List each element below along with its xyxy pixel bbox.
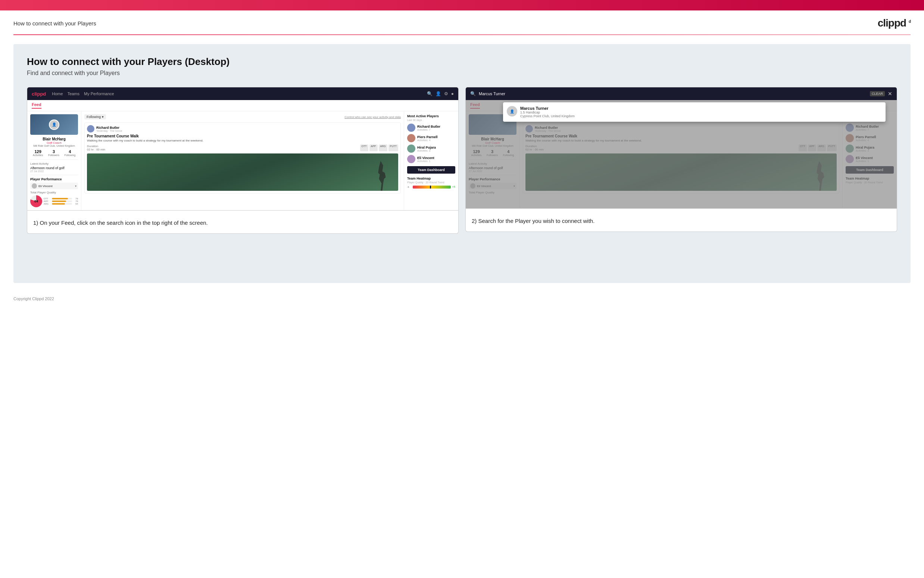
stat-followers-1: 3 Followers bbox=[48, 149, 59, 156]
player-avatar-richard bbox=[407, 123, 415, 132]
player-select-name-1: Eli Vincent bbox=[39, 185, 73, 188]
feed-tab-1: Feed bbox=[27, 100, 458, 111]
profile-name-1: Blair McHarg bbox=[30, 137, 78, 141]
tpq-bar-arg: ARG 64 bbox=[44, 203, 78, 205]
nav-home-1[interactable]: Home bbox=[52, 91, 63, 96]
team-heatmap-title-1: Team Heatmap bbox=[407, 177, 455, 180]
activity-title-1: Pre Tournament Course Walk bbox=[87, 134, 398, 138]
app-nav-links-1: Home Teams My Performance bbox=[52, 91, 421, 96]
search-icon-1[interactable]: 🔍 bbox=[427, 91, 432, 96]
header-title: How to connect with your Players bbox=[13, 20, 96, 26]
stat-following-1: 4 Following bbox=[65, 149, 76, 156]
player-select-1[interactable]: Eli Vincent ▾ bbox=[30, 183, 78, 189]
tpq-bars-1: OTT 79 APP bbox=[44, 198, 78, 205]
divider-2 bbox=[30, 175, 78, 175]
tpq-circle-1: 84 bbox=[30, 195, 42, 207]
search-bar-input-2[interactable]: Marcus Turner bbox=[479, 91, 867, 96]
screenshots-container: clippd Home Teams My Performance 🔍 👤 ⚙ ● bbox=[27, 87, 897, 234]
heatmap-bar-1: -5 +5 bbox=[407, 185, 455, 188]
heatmap-subtitle-1: Player Quality · 20 Round Trend bbox=[407, 181, 455, 184]
activity-sub-1: Yesterday · The Grove bbox=[96, 130, 122, 132]
search-result-name-2: Marcus Turner bbox=[520, 106, 575, 110]
step-2-description: 2) Search for the Player you wish to con… bbox=[465, 209, 897, 232]
tpq-bar-app: APP 70 bbox=[44, 200, 78, 202]
profile-stats-1: 129 Activities 3 Followers 4 Following bbox=[30, 149, 78, 156]
player-select-arrow-1: ▾ bbox=[75, 185, 76, 188]
most-active-subtitle-1: Last 30 days bbox=[407, 119, 455, 121]
profile-avatar-1: 👤 bbox=[49, 120, 59, 130]
screenshot-2-block: clippd Home Teams My Performance Feed bbox=[465, 87, 897, 232]
search-close-btn-2[interactable]: ✕ bbox=[888, 91, 892, 97]
header: How to connect with your Players clippd … bbox=[0, 10, 924, 34]
activity-name-1: Richard Butler bbox=[96, 126, 122, 130]
nav-teams-1[interactable]: Teams bbox=[68, 91, 79, 96]
header-divider bbox=[13, 34, 911, 35]
activity-tags-1: OTT APP ARG PUTT bbox=[360, 144, 398, 151]
search-result-avatar-2: 👤 bbox=[507, 106, 517, 117]
app-nav-icons-1: 🔍 👤 ⚙ ● bbox=[427, 91, 454, 96]
heatmap-bar-fill-1 bbox=[413, 185, 451, 188]
main-content: How to connect with your Players (Deskto… bbox=[13, 44, 911, 283]
player-item-piers: Piers Parnell Activities: 4 bbox=[407, 134, 455, 142]
main-heading: How to connect with your Players (Deskto… bbox=[27, 56, 897, 68]
app-body-1: 👤 Blair McHarg Golf Coach Mill Ride Golf… bbox=[27, 111, 458, 210]
control-link-1[interactable]: Control who can see your activity and da… bbox=[345, 115, 401, 119]
player-avatar-piers bbox=[407, 134, 415, 142]
profile-panel-1: 👤 Blair McHarg Golf Coach Mill Ride Golf… bbox=[27, 111, 81, 210]
player-item-richard: Richard Butler Activities: 7 bbox=[407, 123, 455, 132]
footer: Copyright Clippd 2022 bbox=[0, 292, 924, 305]
profile-img-1: 👤 bbox=[30, 114, 78, 135]
tpq-bar-ott: OTT 79 bbox=[44, 198, 78, 200]
screenshot-1-browser: clippd Home Teams My Performance 🔍 👤 ⚙ ● bbox=[27, 87, 459, 211]
feed-tab-item-1[interactable]: Feed bbox=[32, 102, 41, 109]
player-avatar-eli bbox=[407, 155, 415, 163]
player-avatar-hiral bbox=[407, 144, 415, 153]
following-button-1[interactable]: Following ▾ bbox=[84, 114, 106, 120]
player-item-hiral: Hiral Pujara Activities: 3 bbox=[407, 144, 455, 153]
nav-myperformance-1[interactable]: My Performance bbox=[84, 91, 114, 96]
profile-role-1: Golf Coach bbox=[30, 141, 78, 144]
stat-activities-1: 129 Activities bbox=[33, 149, 43, 156]
avatar-icon-1[interactable]: ● bbox=[451, 91, 454, 96]
search-bar-2: 🔍 Marcus Turner CLEAR ✕ bbox=[466, 88, 897, 100]
top-bar bbox=[0, 0, 924, 10]
player-performance-label-1: Player Performance bbox=[30, 177, 78, 181]
most-active-title-1: Most Active Players bbox=[407, 114, 455, 118]
golfer-silhouette-1 bbox=[374, 161, 391, 191]
player-item-eli: Eli Vincent Activities: 1 bbox=[407, 155, 455, 163]
activity-card-1: Richard Butler Yesterday · The Grove Pre… bbox=[84, 122, 401, 193]
latest-label-1: Latest Activity bbox=[30, 162, 78, 166]
player-select-avatar-1 bbox=[32, 183, 37, 188]
activity-header-1: Richard Butler Yesterday · The Grove bbox=[87, 125, 398, 133]
app-nav-1: clippd Home Teams My Performance 🔍 👤 ⚙ ● bbox=[27, 88, 458, 100]
activity-feed-1: Following ▾ Control who can see your act… bbox=[81, 111, 404, 210]
step-1-description: 1) On your Feed, click on the search ico… bbox=[27, 211, 459, 234]
team-dashboard-btn-1[interactable]: Team Dashboard bbox=[407, 166, 455, 174]
main-subheading: Find and connect with your Players bbox=[27, 70, 897, 76]
logo: clippd d bbox=[878, 17, 911, 29]
tpq-row-1: 84 OTT 79 bbox=[30, 195, 78, 207]
activity-duration-1: Duration 02 hr : 00 min bbox=[87, 144, 105, 151]
user-icon-1[interactable]: 👤 bbox=[435, 91, 441, 96]
divider-1 bbox=[30, 159, 78, 160]
activity-avatar-1 bbox=[87, 125, 94, 133]
settings-icon-1[interactable]: ⚙ bbox=[444, 91, 448, 96]
search-result-club-2: Cypress Point Club, United Kingdom bbox=[520, 114, 575, 118]
search-result-hdcp-2: 1.5 Handicap bbox=[520, 110, 575, 114]
profile-club-1: Mill Ride Golf Club, United Kingdom bbox=[30, 144, 78, 147]
screenshot-2-browser: clippd Home Teams My Performance Feed bbox=[465, 87, 897, 209]
step-1-text: 1) On your Feed, click on the search ico… bbox=[33, 219, 452, 227]
activity-desc-1: Walking the course with my coach to buil… bbox=[87, 139, 398, 142]
step-2-text: 2) Search for the Player you wish to con… bbox=[472, 217, 891, 226]
search-result-card-2[interactable]: 👤 Marcus Turner 1.5 Handicap Cypress Poi… bbox=[503, 102, 885, 122]
app-nav-logo-1: clippd bbox=[32, 91, 46, 97]
following-row-1: Following ▾ Control who can see your act… bbox=[84, 114, 401, 120]
latest-value-1: Afternoon round of golf bbox=[30, 166, 78, 170]
tpq-label-1: Total Player Quality bbox=[30, 191, 78, 194]
copyright-text: Copyright Clippd 2022 bbox=[13, 297, 54, 301]
search-bar-icon-2: 🔍 bbox=[470, 91, 476, 96]
search-clear-btn-2[interactable]: CLEAR bbox=[870, 91, 885, 96]
latest-date-1: 27 Jul 2022 bbox=[30, 170, 78, 172]
search-result-info-2: Marcus Turner 1.5 Handicap Cypress Point… bbox=[520, 106, 575, 118]
activity-image-1 bbox=[87, 153, 398, 191]
